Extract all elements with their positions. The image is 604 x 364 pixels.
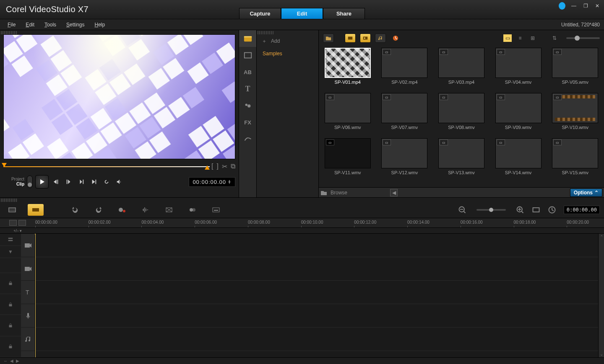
voice-lock-icon[interactable] — [0, 315, 21, 336]
mark-out-icon[interactable]: ] — [217, 163, 219, 170]
timeline-ruler[interactable]: 00:00:00.0000:00:02.0000:00:04.0000:00:0… — [0, 218, 604, 228]
sort-icon[interactable]: ⇅ — [550, 34, 559, 42]
options-dropdown[interactable]: Options⌃ — [570, 188, 602, 197]
scroll-right-icon[interactable]: ▶ — [16, 359, 19, 363]
library-thumb[interactable]: ▭SP-V04.wmv — [491, 48, 546, 90]
mark-in-icon[interactable]: [ — [211, 163, 213, 170]
library-thumb[interactable]: ▭SP-V15.wmv — [548, 138, 602, 181]
library-thumb[interactable]: ▭SP-V03.mp4 — [434, 48, 489, 90]
library-thumb[interactable]: ▭SP-V06.wmv — [320, 93, 375, 136]
close-icon[interactable]: ✕ — [594, 3, 601, 9]
libtab-instant[interactable] — [239, 47, 256, 64]
zoom-in-button[interactable] — [516, 204, 524, 216]
zoom-out-button[interactable] — [458, 204, 466, 216]
music-track-header[interactable] — [21, 328, 35, 351]
motion-button[interactable] — [185, 204, 200, 216]
library-thumb[interactable]: ▭SP-V05.wmv — [548, 48, 602, 90]
library-thumb[interactable]: ▭SP-V12.wmv — [378, 138, 432, 181]
libtab-path[interactable] — [239, 131, 256, 147]
libtab-title[interactable]: T — [239, 80, 256, 97]
title-lock-icon[interactable] — [0, 294, 21, 315]
library-thumb[interactable]: ▭SP-V11.wmv — [320, 138, 375, 181]
view-list-icon[interactable]: ≡ — [516, 34, 524, 42]
libtab-filter[interactable]: FX — [239, 114, 256, 131]
timeline-view-button[interactable] — [28, 204, 44, 216]
collapse-icon[interactable]: ◀ — [390, 189, 398, 196]
audio-mixer-button[interactable] — [138, 204, 154, 216]
browse-label[interactable]: Browse — [331, 190, 347, 196]
show-audio-button[interactable] — [375, 34, 386, 43]
split-icon[interactable]: ✂ — [222, 163, 227, 170]
overlay-track-header[interactable] — [21, 257, 35, 281]
volume-button[interactable] — [114, 177, 124, 187]
mark-in-handle[interactable] — [2, 163, 7, 167]
redo-button[interactable] — [91, 204, 107, 216]
autoscroll-icon[interactable]: ↔ — [3, 359, 8, 363]
end-button[interactable] — [89, 177, 99, 187]
record-button[interactable] — [114, 204, 130, 216]
menu-file[interactable]: File — [8, 22, 16, 28]
category-samples[interactable]: Samples — [257, 48, 318, 59]
overlay-lock-icon[interactable] — [0, 273, 21, 294]
track-body[interactable] — [35, 234, 598, 357]
enlarge-icon[interactable]: ⧉ — [231, 163, 235, 170]
mode-toggle-icon[interactable] — [27, 176, 33, 188]
libtab-media[interactable] — [239, 30, 256, 47]
panel-grip-icon[interactable] — [1, 199, 18, 202]
mode-clip-label[interactable]: Clip — [3, 182, 24, 187]
ruler-toggle-a-icon[interactable] — [9, 220, 17, 226]
fit-project-button[interactable] — [532, 204, 540, 216]
title-track-header[interactable]: T — [21, 281, 35, 304]
mode-project-label[interactable]: Project — [3, 177, 24, 182]
voice-track-header[interactable] — [21, 304, 35, 328]
play-button[interactable] — [35, 175, 49, 188]
storyboard-view-button[interactable] — [4, 204, 20, 216]
library-thumb[interactable]: ▭SP-V10.wmv — [548, 93, 602, 136]
tab-edit[interactable]: Edit — [281, 8, 323, 19]
thumbnail-zoom-slider[interactable] — [566, 37, 600, 39]
add-folder-button[interactable]: ＋ Add — [257, 34, 318, 48]
minimize-icon[interactable]: — — [570, 3, 577, 9]
show-videos-button[interactable] — [345, 34, 356, 43]
maximize-icon[interactable]: ❐ — [582, 3, 589, 9]
chevron-down-icon[interactable]: ▼ — [0, 246, 21, 258]
tab-share[interactable]: Share — [323, 8, 365, 19]
show-photos-button[interactable] — [360, 34, 371, 43]
vertical-scrollbar[interactable]: ⌃⌄ — [598, 234, 604, 357]
view-thumbnails-icon[interactable]: ▭ — [503, 34, 512, 42]
view-details-icon[interactable]: ⊞ — [528, 34, 537, 42]
import-button[interactable] — [323, 34, 334, 43]
add-remove-tracks[interactable]: +/− — [13, 229, 19, 233]
preview-timecode[interactable]: 00:00:00.00 ▲▼ — [189, 177, 235, 187]
library-thumb[interactable]: ▭SP-V01.mp4 — [320, 48, 375, 90]
ruler-toggle-b-icon[interactable] — [18, 220, 26, 226]
library-thumb[interactable]: ▭SP-V09.wmv — [491, 93, 546, 136]
repeat-button[interactable] — [102, 177, 112, 187]
libtab-transition[interactable]: AB — [239, 64, 256, 80]
panel-grip-icon[interactable] — [258, 31, 274, 34]
panel-grip-icon[interactable] — [1, 31, 18, 34]
library-thumb[interactable]: ▭SP-V14.wmv — [491, 138, 546, 181]
library-thumb[interactable]: ▭SP-V02.mp4 — [378, 48, 432, 90]
tab-capture[interactable]: Capture — [239, 8, 281, 19]
next-frame-button[interactable] — [76, 177, 86, 187]
corel-guide-icon[interactable] — [559, 3, 565, 9]
libtab-graphic[interactable] — [239, 97, 256, 114]
preview-video[interactable] — [3, 34, 235, 159]
project-duration-icon[interactable] — [548, 204, 556, 216]
auto-music-button[interactable] — [161, 204, 177, 216]
track-tools-icon[interactable] — [0, 234, 21, 246]
library-thumb[interactable]: ▭SP-V13.wmv — [434, 138, 489, 181]
undo-button[interactable] — [67, 204, 83, 216]
music-lock-icon[interactable] — [0, 336, 21, 357]
scroll-left-icon[interactable]: ◀ — [10, 359, 13, 363]
show-free-button[interactable] — [390, 34, 401, 43]
home-button[interactable] — [51, 177, 61, 187]
menu-tools[interactable]: Tools — [44, 22, 56, 28]
video-track-header[interactable] — [21, 234, 35, 257]
library-thumb[interactable]: ▭SP-V08.wmv — [434, 93, 489, 136]
mark-out-handle[interactable] — [205, 165, 210, 170]
menu-edit[interactable]: Edit — [26, 22, 34, 28]
menu-help[interactable]: Help — [94, 22, 105, 28]
menu-settings[interactable]: Settings — [66, 22, 84, 28]
